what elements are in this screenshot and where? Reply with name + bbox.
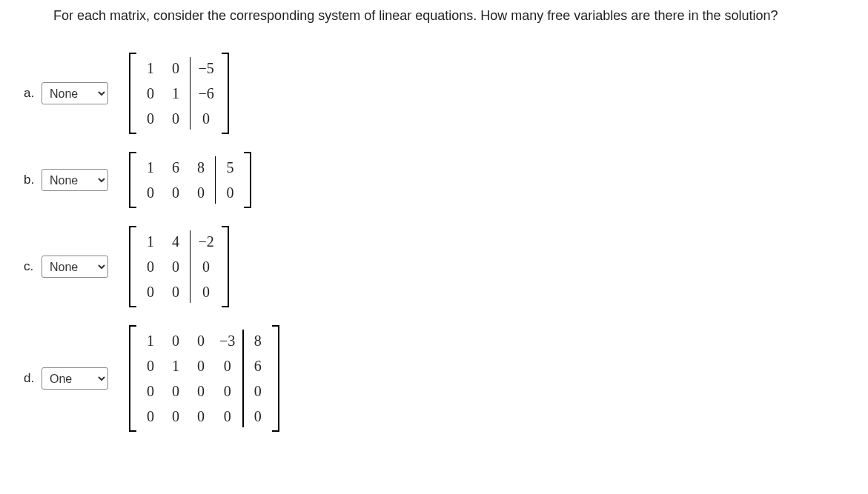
matrix-b: 10 60 80 50 <box>129 152 251 208</box>
matrix-d: 1000 0100 0000 −3000 8600 <box>129 325 279 432</box>
item-c: c. None 100 400 −200 <box>24 226 868 307</box>
item-b: b. None 10 60 80 50 <box>24 152 868 208</box>
item-d: d. One 1000 0100 0000 −3000 8600 <box>24 325 868 432</box>
item-label: b. <box>24 173 42 187</box>
augment-bar <box>242 330 243 427</box>
right-bracket-icon <box>222 226 229 307</box>
augment-bar <box>190 230 191 303</box>
right-bracket-icon <box>222 53 229 134</box>
matrix-a: 100 010 −5−60 <box>129 53 229 134</box>
left-bracket-icon <box>129 53 136 134</box>
matrix-c: 100 400 −200 <box>129 226 229 307</box>
item-label: d. <box>24 371 42 386</box>
prompt-text: For each matrix, consider the correspond… <box>53 8 778 23</box>
item-label: a. <box>24 86 42 101</box>
augment-bar <box>215 156 216 204</box>
matrix-body: 100 010 −5−60 <box>136 53 222 134</box>
question-prompt: For each matrix, consider the correspond… <box>53 6 868 26</box>
matrix-body: 10 60 80 50 <box>136 152 244 208</box>
left-bracket-icon <box>129 152 136 208</box>
right-bracket-icon <box>244 152 251 208</box>
matrix-body: 100 400 −200 <box>136 226 222 307</box>
left-bracket-icon <box>129 325 136 432</box>
items-container: a. None 100 010 −5−60 b. None 10 60 80 <box>0 53 868 432</box>
right-bracket-icon <box>272 325 279 432</box>
dropdown-c[interactable]: None <box>42 256 108 278</box>
dropdown-b[interactable]: None <box>42 169 108 191</box>
augment-bar <box>190 57 191 130</box>
matrix-body: 1000 0100 0000 −3000 8600 <box>136 325 272 432</box>
item-label: c. <box>24 259 42 274</box>
dropdown-d[interactable]: One <box>42 367 108 390</box>
left-bracket-icon <box>129 226 136 307</box>
item-a: a. None 100 010 −5−60 <box>24 53 868 134</box>
dropdown-a[interactable]: None <box>42 82 108 104</box>
